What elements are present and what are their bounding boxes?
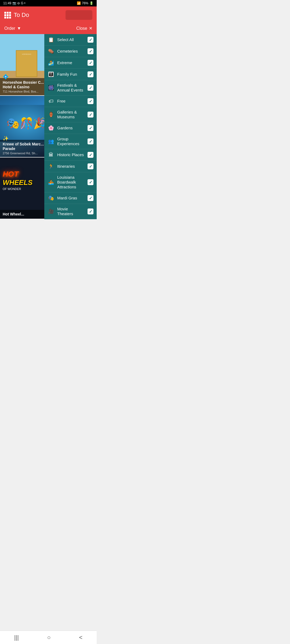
filter-label-extreme: Extreme (57, 60, 85, 65)
filter-label-select-all: Select All (57, 37, 85, 42)
dropdown-filter-panel: 📋 Select All ✓ ⚰️ Cemeteries ✓ 🏄 Extreme (44, 34, 97, 219)
filter-label-family-fun: Family Fun (57, 72, 85, 77)
card-2-title: Krewe of Sobek Marc...Parade (3, 142, 50, 151)
order-button[interactable]: Order ▼ (4, 26, 21, 31)
order-chevron-icon: ▼ (17, 26, 21, 31)
filter-label-cemeteries: Cemeteries (57, 49, 85, 54)
filter-item-historic[interactable]: 🏛 Historic Places ✓ (44, 149, 97, 161)
grid-menu-icon[interactable] (4, 12, 11, 19)
filter-label-galleries: Galleries & Museums (57, 110, 85, 119)
checkmark-itineraries: ✓ (89, 164, 92, 169)
filter-label-gardens: Gardens (57, 126, 85, 130)
checkbox-historic[interactable]: ✓ (88, 152, 93, 158)
galleries-icon: 🏺 (48, 112, 55, 118)
filter-item-galleries[interactable]: 🏺 Galleries & Museums ✓ (44, 107, 97, 122)
order-bar: Order ▼ Close ✕ (0, 24, 97, 34)
checkbox-movie-theaters[interactable]: ✓ (88, 208, 93, 214)
time-display: 11:49 (3, 1, 11, 5)
checkmark-galleries: ✓ (89, 112, 92, 117)
cemeteries-icon: ⚰️ (48, 48, 55, 54)
checkbox-louisiana[interactable]: ✓ (88, 179, 93, 185)
checkmark-gardens: ✓ (89, 126, 92, 131)
filter-label-group-exp: Group Experiences (57, 137, 85, 146)
checkmark-louisiana: ✓ (89, 180, 92, 185)
filter-item-movie-theaters[interactable]: 🎥 Movie Theaters ✓ (44, 204, 97, 219)
checkmark-group-exp: ✓ (89, 139, 92, 144)
close-x-icon: ✕ (89, 26, 92, 31)
filter-label-mardi-gras: Mardi Gras (57, 196, 85, 200)
header-left: To Do (4, 12, 29, 19)
gardens-icon: 🌸 (48, 125, 55, 131)
checkbox-mardi-gras[interactable]: ✓ (88, 195, 93, 201)
checkbox-family-fun[interactable]: ✓ (88, 71, 93, 77)
checkmark-free: ✓ (89, 99, 92, 104)
checkbox-galleries[interactable]: ✓ (88, 112, 93, 118)
main-area: Horseshoe Bossier C...Hotel & Casino 711… (0, 34, 97, 219)
building-illustration (16, 50, 37, 77)
filter-item-extreme[interactable]: 🏄 Extreme ✓ (44, 57, 97, 69)
filter-label-itineraries: Itineraries (57, 164, 85, 169)
filter-label-free: Free (57, 99, 85, 104)
filter-item-mardi-gras[interactable]: 🎭 Mardi Gras ✓ (44, 192, 97, 204)
status-right: 📶 76% 🔋 (77, 1, 93, 5)
louisiana-icon: 🚣 (48, 179, 55, 185)
checkbox-select-all[interactable]: ✓ (88, 37, 93, 43)
battery-icon: 🔋 (89, 1, 93, 5)
filter-item-gardens[interactable]: 🌸 Gardens ✓ (44, 122, 97, 134)
card-1-icon: 💠 (3, 74, 9, 80)
filter-label-festivals: Festivals & Annual Events (57, 83, 85, 93)
checkbox-cemeteries[interactable]: ✓ (88, 48, 93, 54)
filter-item-family-fun[interactable]: 👨‍👩‍👧 Family Fun ✓ (44, 69, 97, 80)
card-1-title: Horseshoe Bossier C...Hotel & Casino (3, 80, 50, 89)
festivals-icon: 🎆 (48, 85, 55, 91)
filter-item-festivals[interactable]: 🎆 Festivals & Annual Events ✓ (44, 80, 97, 96)
content-wrapper: Horseshoe Bossier C...Hotel & Casino 711… (0, 34, 97, 219)
filter-label-louisiana: Louisiana Boardwalk Attractions (57, 175, 85, 189)
notification-icons: 📷 ⊖ G • (12, 1, 26, 5)
checkbox-group-exp[interactable]: ✓ (88, 138, 93, 144)
header-action-button[interactable] (66, 10, 92, 20)
filter-label-historic: Historic Places (57, 152, 85, 157)
family-fun-icon: 👨‍👩‍👧 (48, 71, 55, 77)
card-2-address: 2756 Greenwood Rd, Sh... (3, 152, 50, 155)
checkbox-itineraries[interactable]: ✓ (88, 163, 93, 169)
app-title: To Do (14, 12, 29, 19)
mardi-gras-icon: 🎭 (48, 195, 55, 201)
wifi-icon: 📶 (77, 1, 81, 5)
filter-item-itineraries[interactable]: 🏃 Itineraries ✓ (44, 161, 97, 172)
movie-theaters-icon: 🎥 (48, 208, 55, 214)
battery-display: 76% (82, 1, 88, 5)
close-button[interactable]: Close ✕ (76, 26, 92, 31)
status-left: 11:49 📷 ⊖ G • (3, 1, 26, 5)
checkmark-mardi-gras: ✓ (89, 196, 92, 201)
filter-item-cemeteries[interactable]: ⚰️ Cemeteries ✓ (44, 46, 97, 57)
card-1-address: 711 Horseshoe Blvd, Bos... (3, 90, 50, 93)
filter-item-select-all[interactable]: 📋 Select All ✓ (44, 34, 97, 46)
app-header: To Do (0, 6, 97, 24)
checkbox-free[interactable]: ✓ (88, 98, 93, 104)
extreme-icon: 🏄 (48, 60, 55, 66)
checkbox-gardens[interactable]: ✓ (88, 125, 93, 131)
checkmark-movie-theaters: ✓ (89, 209, 92, 214)
filter-item-free[interactable]: 🏷 Free ✓ (44, 96, 97, 107)
checkbox-extreme[interactable]: ✓ (88, 60, 93, 66)
checkmark-family-fun: ✓ (89, 72, 92, 77)
order-label: Order (4, 26, 15, 31)
historic-icon: 🏛 (48, 152, 55, 158)
free-icon: 🏷 (48, 98, 55, 104)
checkmark-cemeteries: ✓ (89, 49, 92, 54)
filter-item-louisiana[interactable]: 🚣 Louisiana Boardwalk Attractions ✓ (44, 172, 97, 192)
status-bar: 11:49 📷 ⊖ G • 📶 76% 🔋 (0, 0, 97, 6)
checkbox-festivals[interactable]: ✓ (88, 85, 93, 91)
card-2-icon: ✨ (3, 136, 9, 141)
filter-label-movie-theaters: Movie Theaters (57, 207, 85, 216)
itineraries-icon: 🏃 (48, 163, 55, 169)
group-exp-icon: 👥 (48, 138, 55, 144)
filter-item-group-exp[interactable]: 👥 Group Experiences ✓ (44, 134, 97, 149)
checkmark-festivals: ✓ (89, 85, 92, 90)
checkmark-select-all: ✓ (89, 37, 92, 42)
checkmark-extreme: ✓ (89, 60, 92, 65)
close-label: Close (76, 26, 87, 31)
select-all-icon: 📋 (48, 37, 55, 43)
card-3-title: Hot Wheel... (3, 212, 50, 217)
